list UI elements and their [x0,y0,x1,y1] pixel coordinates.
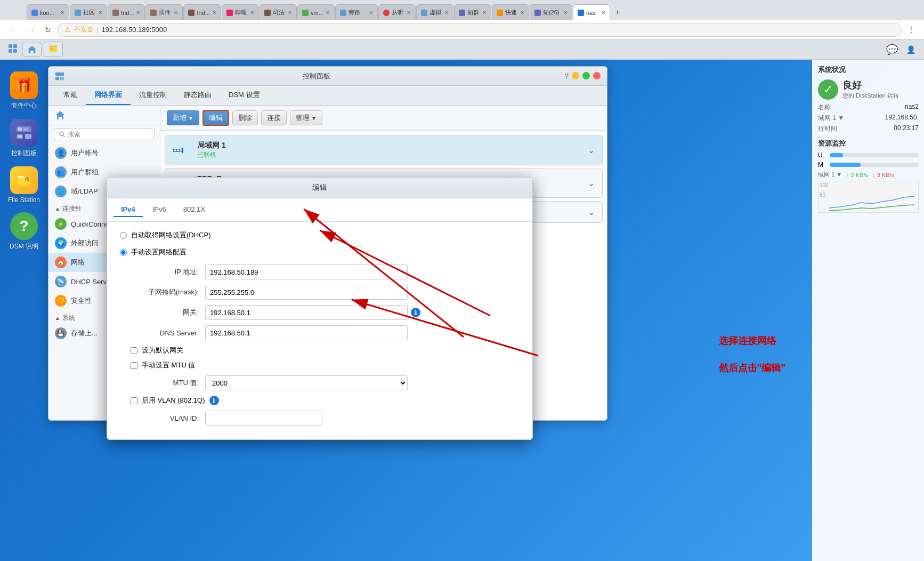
window-help-btn[interactable]: ? [564,72,569,81]
manual-config-radio[interactable] [120,249,127,256]
cpu-label: U [818,151,826,159]
ip-input[interactable] [205,265,408,279]
chart-area: 100 80 [818,181,919,213]
vlan-id-input[interactable] [205,411,322,426]
tab-vmc[interactable]: vm... ✕ [297,4,335,20]
chat-button[interactable]: 💬 [883,43,901,57]
tab-biu[interactable]: 哔哩 ✕ [222,4,259,20]
tab-zhi[interactable]: 知群 ✕ [454,4,491,20]
edit-tab-ipv4[interactable]: IPv4 [114,203,143,217]
profile-button[interactable]: 👤 [903,44,919,55]
tab-pang[interactable]: 旁路 ✕ [335,4,378,20]
tab-koo[interactable]: koo... ✕ [27,4,69,20]
tab-dsm-settings[interactable]: DSM 设置 [220,86,269,105]
net-up-speed: ↑ 2 KB/s [846,172,868,178]
sys-info-uptime-row: 行时间 00:23:17 [818,124,919,133]
delete-button[interactable]: 删除 [232,110,258,125]
status-good-text: 良好 [842,79,899,92]
tab-plug[interactable]: 插件 ✕ [145,4,183,20]
dhcp-icon: 📡 [55,276,67,287]
mem-label: M [818,161,826,169]
edit-button[interactable]: 编辑 [202,110,229,126]
search-icon [59,131,66,138]
taskbar-button1[interactable] [44,42,63,57]
edit-tab-8021x[interactable]: 802.1X [176,203,213,217]
desktop-icon-control[interactable]: 控制面板 [3,116,45,161]
mtu-label: MTU 值: [120,378,205,388]
auto-dhcp-radio[interactable] [120,232,127,239]
tab-nas[interactable]: nas ✕ [573,4,610,20]
desktop-icon-dsm[interactable]: ? DSM 说明 [3,209,45,254]
ipv6-expand-icon[interactable]: ⌄ [588,207,595,217]
desktop-icon-package[interactable]: 🎁 套件中心 [3,68,45,114]
gateway-input[interactable] [205,305,408,320]
control-panel-svg-icon [15,124,33,141]
tab-ind2[interactable]: Ind... ✕ [183,4,221,20]
network-chart [829,181,919,213]
svg-point-30 [177,149,179,151]
network-item-lan1-header[interactable]: 局域网 1 已联机 ⌄ [165,135,602,165]
sidebar-home-btn[interactable] [48,106,160,125]
desktop-icon-file[interactable]: f File Station [3,163,45,207]
edit-tab-ipv6[interactable]: IPv6 [145,203,174,217]
gateway-label: 网关: [120,308,205,317]
url-bar[interactable]: ⚠ 不安全 | 192.168.50.189:5000 [58,23,902,37]
mem-resource-row: M [818,161,919,169]
new-tab-button[interactable]: + [611,4,624,20]
connect-button[interactable]: 连接 [261,110,287,125]
ip-label: IP 地址: [120,267,205,277]
mtu-select[interactable]: 2000 [205,375,408,390]
tab-network-interface[interactable]: 网络界面 [86,86,131,105]
tab-xu[interactable]: 虚拟 ✕ [416,4,453,20]
tab-traffic-control[interactable]: 流量控制 [131,86,175,105]
tab-cong[interactable]: 从听 ✕ [378,4,416,20]
tab-ind1[interactable]: Ind... ✕ [108,4,145,20]
tab-bar: koo... ✕ 社区 ✕ Ind... ✕ 插件 ✕ Ind... ✕ 哔哩 … [0,0,924,20]
gateway-info-icon[interactable]: ℹ [411,308,420,317]
vlan-info-icon[interactable]: ℹ [209,396,219,405]
dns-input[interactable] [205,325,408,340]
svg-rect-24 [59,117,62,119]
window-minimize-btn[interactable] [572,72,579,79]
url-text: 192.168.50.189:5000 [101,26,167,34]
refresh-button[interactable]: ↻ [42,25,54,35]
dsm-help-label: DSM 说明 [10,242,38,251]
mask-label: 子网掩码(mask): [120,287,205,297]
dsm-home-button[interactable] [22,43,42,57]
user-icon: 👤 [55,147,67,159]
add-button[interactable]: 新增 ▼ [167,110,199,125]
tab-general[interactable]: 常规 [55,86,86,105]
gateway-input-wrap: ℹ [205,305,420,320]
tab-she[interactable]: 社区 ✕ [70,4,107,20]
tab-kuai[interactable]: 快速 ✕ [492,4,529,20]
pppoe-expand-icon[interactable]: ⌄ [588,178,595,188]
mask-input[interactable] [205,285,408,300]
manual-mtu-checkbox[interactable] [131,362,137,369]
default-gw-checkbox[interactable] [131,347,137,354]
apps-button[interactable] [5,41,20,58]
tab-si[interactable]: 司法 ✕ [260,4,297,20]
svg-point-31 [180,149,182,151]
tab-zhi26[interactable]: 知(26) ✕ [530,4,572,20]
browser-chrome: koo... ✕ 社区 ✕ Ind... ✕ 插件 ✕ Ind... ✕ 哔哩 … [0,0,924,60]
window-maximize-btn[interactable] [582,72,590,79]
search-input[interactable] [68,131,150,138]
package-center-icon: 🎁 [10,71,38,99]
svg-rect-28 [182,148,183,153]
extensions-button[interactable]: ⋮ [905,25,919,35]
window-close-btn[interactable] [593,72,601,79]
forward-button[interactable]: → [23,24,38,36]
net-label: 域网 1 ▼ [818,171,842,179]
lan1-name: 局域网 1 [197,141,226,150]
vlan-checkbox[interactable] [131,397,137,404]
default-gw-row: 设为默认网关 [131,346,520,355]
tab-static-route[interactable]: 静态路由 [175,86,220,105]
manage-button[interactable]: 管理 ▼ [290,110,322,125]
window-controls: ? [564,72,601,81]
sidebar-item-user[interactable]: 👤 用户帐号 [48,143,160,163]
auto-dhcp-row: 自动取得网络设置(DHCP) [120,230,520,240]
folder-icon: f [15,172,33,189]
manual-mtu-row: 手动设置 MTU 值 [131,360,520,370]
back-button[interactable]: ← [5,24,20,36]
lan1-expand-icon[interactable]: ⌄ [588,145,595,155]
